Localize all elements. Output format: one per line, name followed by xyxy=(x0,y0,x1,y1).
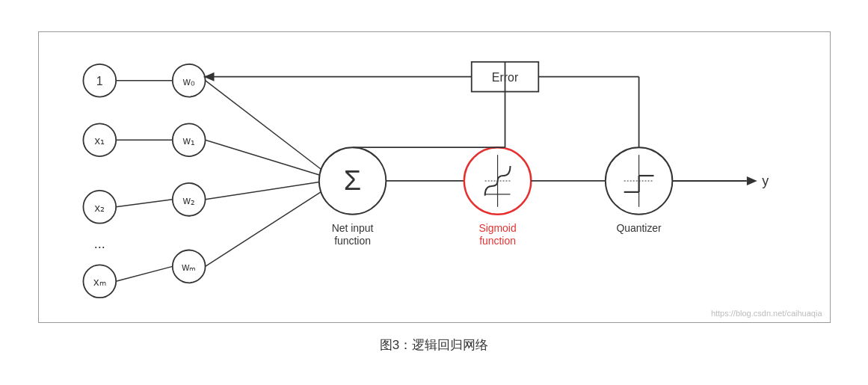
svg-text:y: y xyxy=(762,173,769,188)
svg-text:xₘ: xₘ xyxy=(93,275,105,288)
svg-text:···: ··· xyxy=(93,239,105,254)
svg-text:function: function xyxy=(334,235,371,247)
svg-line-19 xyxy=(116,200,173,207)
svg-line-23 xyxy=(205,181,326,200)
csdn-link: https://blog.csdn.net/caihuaqia xyxy=(711,309,822,318)
svg-line-20 xyxy=(116,266,173,281)
caption: 图3：逻辑回归网络 xyxy=(380,336,488,354)
svg-text:function: function xyxy=(479,235,516,247)
svg-text:x₁: x₁ xyxy=(94,134,104,147)
svg-line-21 xyxy=(205,81,326,173)
svg-text:w₂: w₂ xyxy=(182,194,194,206)
svg-line-22 xyxy=(205,140,326,177)
svg-marker-45 xyxy=(746,176,757,185)
svg-line-24 xyxy=(205,188,326,266)
svg-text:Net input: Net input xyxy=(331,222,373,234)
svg-text:Σ: Σ xyxy=(343,164,360,196)
diagram-container: 1 x₁ x₂ ··· xₘ w₀ w₁ w₂ wₘ xyxy=(38,31,831,323)
svg-text:1: 1 xyxy=(96,75,102,87)
svg-text:w₁: w₁ xyxy=(182,135,194,147)
svg-text:x₂: x₂ xyxy=(94,201,104,214)
svg-text:w₀: w₀ xyxy=(182,76,194,87)
svg-text:Quantizer: Quantizer xyxy=(616,222,662,234)
svg-text:wₘ: wₘ xyxy=(181,261,196,273)
svg-text:Sigmoid: Sigmoid xyxy=(478,222,516,234)
